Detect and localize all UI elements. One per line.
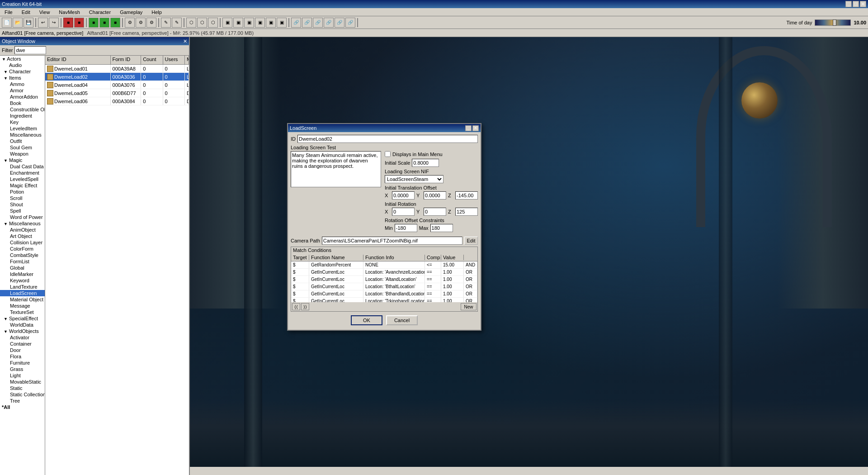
- tree-audio[interactable]: Audio: [0, 62, 45, 68]
- camera-path-input[interactable]: [322, 237, 462, 245]
- match-row[interactable]: $ GetInCurrentLoc Location: 'TrkinghandL…: [291, 298, 477, 302]
- match-row[interactable]: $ GetInCurrentLoc Location: 'BthaltLocat…: [291, 283, 477, 290]
- tree-colorform[interactable]: ColorForm: [0, 246, 45, 252]
- tree-shout[interactable]: Shout: [0, 201, 45, 208]
- tree-constructible[interactable]: Constructible Obj...: [0, 106, 45, 113]
- id-field[interactable]: [297, 135, 478, 143]
- tree-formlist[interactable]: FormList: [0, 258, 45, 265]
- tool12[interactable]: ⬡: [197, 18, 207, 28]
- tree-dualcastdata[interactable]: Dual Cast Data: [0, 163, 45, 170]
- tool20[interactable]: 🔗: [291, 18, 301, 28]
- filter-input[interactable]: [14, 46, 46, 54]
- tree-ingredient[interactable]: Ingredient: [0, 113, 45, 119]
- match-next-btn[interactable]: ⟩⟩: [301, 303, 309, 310]
- tree-door[interactable]: Door: [0, 347, 45, 353]
- tool2[interactable]: ■: [74, 18, 84, 28]
- tree-worlddata[interactable]: WorldData: [0, 322, 45, 328]
- list-item[interactable]: DwemeLoad02 000A3036 0 0 LoadSc...: [45, 73, 189, 81]
- tree-light[interactable]: Light: [0, 372, 45, 379]
- tool21[interactable]: 🔗: [302, 18, 312, 28]
- tree-worldobjects[interactable]: ▼ WorldObjects: [0, 328, 45, 334]
- tree-magiceffect[interactable]: Magic Effect: [0, 182, 45, 189]
- match-row[interactable]: $ GetRandomPercent NONE <= 15.00 AND: [291, 261, 477, 269]
- match-row[interactable]: $ GetInCurrentLoc Location: 'AvanchnzelL…: [291, 269, 477, 276]
- tree-global[interactable]: Global: [0, 265, 45, 271]
- col-count[interactable]: Count: [141, 56, 163, 64]
- tool7[interactable]: ⚙: [136, 18, 146, 28]
- tool25[interactable]: 🔗: [345, 18, 355, 28]
- col-model[interactable]: Model: [185, 56, 189, 64]
- tree-specialeffect[interactable]: ▼ SpecialEffect: [0, 315, 45, 322]
- ow-close-btn[interactable]: ✕: [183, 38, 187, 44]
- tool14[interactable]: ▣: [222, 18, 232, 28]
- tree-loadscreen[interactable]: LoadScreen: [0, 290, 45, 296]
- match-col-function[interactable]: Function Name: [309, 255, 363, 260]
- match-col-value[interactable]: Value: [441, 255, 464, 260]
- tool16[interactable]: ▣: [244, 18, 254, 28]
- tree-miscellaneous-item[interactable]: Miscellaneous: [0, 132, 45, 138]
- dialog-close-btn[interactable]: ✕: [472, 125, 479, 131]
- max-input[interactable]: [430, 224, 453, 232]
- tree-actors[interactable]: ▼ Actors: [0, 56, 45, 62]
- tree-key[interactable]: Key: [0, 119, 45, 125]
- tree-flora[interactable]: Flora: [0, 353, 45, 360]
- displays-main-menu-checkbox[interactable]: [385, 151, 391, 157]
- loading-screen-text[interactable]: Many Steam Animunculi remain active, mak…: [291, 151, 381, 187]
- redo-btn[interactable]: ↪: [49, 18, 59, 28]
- tree-all[interactable]: *All: [0, 404, 45, 410]
- match-row[interactable]: $ GetInCurrentLoc Location: 'AltandLocat…: [291, 276, 477, 283]
- tool18[interactable]: ▣: [266, 18, 276, 28]
- tool1[interactable]: ■: [63, 18, 73, 28]
- tree-items[interactable]: ▼ Items: [0, 75, 45, 81]
- tree-potion[interactable]: Potion: [0, 189, 45, 195]
- tree-misc-main[interactable]: ▼ Miscellaneous: [0, 220, 45, 227]
- tree-tree[interactable]: Tree: [0, 398, 45, 404]
- tree-spell[interactable]: Spell: [0, 208, 45, 214]
- tool6[interactable]: ⚙: [125, 18, 135, 28]
- menu-edit[interactable]: Edit: [19, 9, 33, 16]
- tool11[interactable]: ⬡: [186, 18, 196, 28]
- edit-camera-btn[interactable]: Edit: [464, 237, 478, 245]
- tree-animobject[interactable]: AnimObject: [0, 227, 45, 233]
- tree-leveledspell[interactable]: LeveledSpell: [0, 176, 45, 182]
- tree-character[interactable]: ▼ Character: [0, 68, 45, 75]
- tree-movablestatic[interactable]: MovableStatic: [0, 379, 45, 385]
- tree-wordofpower[interactable]: Word of Power: [0, 214, 45, 220]
- viewport-3d[interactable]: LoadScreen _ ✕ ID Loading Scr: [190, 37, 868, 467]
- match-col-info[interactable]: Function Info: [363, 255, 425, 260]
- col-form-id[interactable]: Form ID: [111, 56, 142, 64]
- undo-btn[interactable]: ↩: [38, 18, 48, 28]
- tree-armoraddon[interactable]: ArmorAddon: [0, 94, 45, 100]
- tree-keyword[interactable]: Keyword: [0, 277, 45, 284]
- ty-input[interactable]: [424, 191, 446, 200]
- maximize-btn[interactable]: □: [853, 1, 859, 7]
- tool4[interactable]: ■: [99, 18, 109, 28]
- tree-static[interactable]: Static: [0, 385, 45, 391]
- tree-soulgem[interactable]: Soul Gem: [0, 144, 45, 151]
- ry-input[interactable]: [424, 208, 446, 216]
- open-btn[interactable]: 📂: [13, 18, 23, 28]
- tree-materialobject[interactable]: Material Object: [0, 296, 45, 303]
- menu-character[interactable]: Character: [86, 9, 113, 16]
- tool9[interactable]: ✎: [161, 18, 171, 28]
- tool10[interactable]: ✎: [172, 18, 182, 28]
- tree-combatstyle[interactable]: CombatStyle: [0, 252, 45, 258]
- tree-textureset[interactable]: TextureSet: [0, 309, 45, 315]
- match-row[interactable]: $ GetInCurrentLoc Location: 'BthandlandL…: [291, 290, 477, 298]
- list-item[interactable]: DwemeLoad01 000A39A8 0 0 LoadSc...: [45, 65, 189, 73]
- ok-button[interactable]: OK: [351, 315, 382, 325]
- tree-container[interactable]: Container: [0, 341, 45, 347]
- tool3[interactable]: ■: [89, 18, 99, 28]
- tool23[interactable]: 🔗: [324, 18, 334, 28]
- rx-input[interactable]: [392, 208, 415, 216]
- tree-message[interactable]: Message: [0, 303, 45, 309]
- tool15[interactable]: ▣: [233, 18, 243, 28]
- tool17[interactable]: ▣: [255, 18, 265, 28]
- rz-input[interactable]: [455, 208, 478, 216]
- match-col-comp[interactable]: Comp: [425, 255, 441, 260]
- time-slider[interactable]: [815, 19, 851, 26]
- cancel-button[interactable]: Cancel: [386, 315, 418, 325]
- tree-outfit[interactable]: Outfit: [0, 138, 45, 144]
- tool5[interactable]: ■: [110, 18, 120, 28]
- tree-grass[interactable]: Grass: [0, 366, 45, 372]
